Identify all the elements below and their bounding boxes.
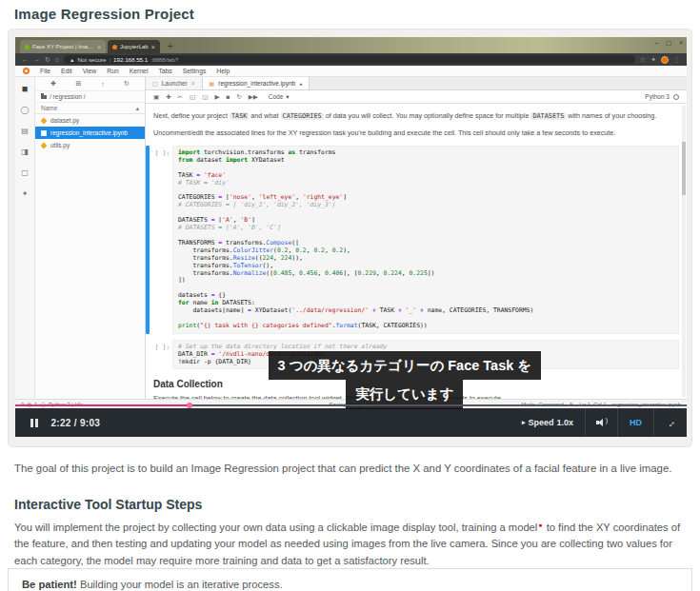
video-time: 2:22 / 9:03 — [51, 418, 101, 428]
markdown-paragraph: Next, define your project TASK and what … — [153, 111, 664, 120]
stop-icon[interactable]: ■ — [226, 93, 230, 100]
new-tab-button[interactable]: + — [162, 40, 179, 53]
favicon-jupyter-icon — [112, 45, 117, 49]
tab-label: regression_interactive.ipynb — [218, 80, 295, 87]
running-kernels-icon[interactable]: ◯ — [21, 106, 30, 114]
scrollbar[interactable] — [682, 106, 686, 397]
new-folder-icon[interactable]: ⊞ — [76, 80, 82, 88]
run-all-icon[interactable]: ▶▶ — [249, 93, 258, 101]
file-list-header[interactable]: Name ▴ — [35, 103, 145, 114]
menu-kernel[interactable]: Kernel — [130, 68, 149, 74]
tab-notebook[interactable]: ▤ regression_interactive.ipynb ● — [203, 77, 310, 89]
cell-type-dropdown[interactable]: Code▾ — [269, 93, 290, 101]
close-icon[interactable]: × — [97, 44, 101, 50]
profile-avatar[interactable] — [661, 56, 669, 64]
breadcrumb[interactable]: / regression / — [35, 91, 145, 103]
hd-button[interactable]: HD — [618, 418, 653, 427]
window-controls: – ▢ × — [654, 39, 683, 47]
speed-button[interactable]: ▸ Speed 1.0x — [510, 418, 585, 427]
kernel-name: Python 3 — [645, 93, 670, 100]
upload-icon[interactable]: ↑ — [101, 81, 105, 88]
page-title: Image Regression Project — [14, 6, 700, 22]
refresh-icon[interactable]: ↻ — [45, 53, 50, 66]
restart-icon[interactable]: ↻ — [236, 93, 241, 101]
bookmark-icon[interactable]: ☆ — [640, 53, 646, 66]
url-field[interactable]: ▲ Not secure | 192.168.55.1 :8888/lab? — [64, 55, 635, 64]
scrollbar-thumb[interactable] — [682, 142, 686, 195]
section-heading: Interactive Tool Startup Steps — [14, 497, 202, 512]
code-cell-1[interactable]: [ ]: import torchvision.transforms as tr… — [146, 146, 679, 334]
subtitle-overlay: 3 つの異なるカテゴリーの Face Task を 実行しています — [167, 351, 643, 409]
command-palette-icon[interactable]: ▤ — [21, 127, 29, 135]
fullscreen-button[interactable]: ↔ — [661, 413, 681, 433]
notebook-toolbar: ▣ ✚ ✂ ◱ ◲ ▶ ■ ↻ ▶▶ Code▾ Python 3 — [146, 90, 687, 104]
close-icon[interactable]: × — [191, 80, 195, 87]
menu-help[interactable]: Help — [216, 68, 230, 74]
url-path: :8888/lab? — [150, 56, 178, 63]
new-launcher-icon[interactable]: ✚ — [50, 80, 56, 88]
sort-arrow-icon: ▴ — [136, 105, 139, 112]
property-inspector-icon[interactable]: ◨ — [21, 148, 29, 156]
forward-icon[interactable]: → — [33, 53, 40, 66]
pause-button[interactable] — [30, 419, 38, 427]
paste-icon[interactable]: ◲ — [202, 93, 208, 101]
notebook-file-icon — [41, 130, 47, 136]
tab-label: Launcher — [162, 80, 188, 87]
url-separator: | — [109, 56, 110, 63]
kernel-indicator[interactable]: Python 3 — [645, 93, 679, 100]
speed-label: Speed — [528, 418, 553, 427]
copy-icon[interactable]: ◱ — [190, 93, 195, 101]
divider — [653, 408, 654, 437]
menu-edit[interactable]: Edit — [61, 68, 72, 74]
file-browser-panel: ✚ ⊞ ↑ ↻ / regression / Name ▴ dataset.py — [35, 77, 146, 399]
file-browser-icon[interactable]: ◼ — [22, 85, 29, 93]
not-secure-label: Not secure — [78, 56, 107, 63]
file-row-utils-py[interactable]: utils.py — [35, 139, 145, 151]
file-row-regression-notebook[interactable]: regression_interactive.ipynb — [35, 127, 145, 139]
volume-button[interactable]: ) — [596, 419, 607, 427]
back-icon[interactable]: ← — [22, 53, 29, 66]
not-secure-icon: ▲ — [70, 57, 74, 63]
code-editor[interactable]: import torchvision.transforms as transfo… — [172, 146, 679, 334]
file-row-dataset-py[interactable]: dataset.py — [35, 114, 145, 127]
subtitle-line-1: 3 つの異なるカテゴリーの Face Task を — [269, 351, 542, 380]
browser-tab-jupyterlab[interactable]: JupyterLab × — [108, 40, 160, 53]
tab-launcher[interactable]: ▢ Launcher × — [146, 77, 203, 89]
minimize-icon[interactable]: – — [654, 39, 658, 47]
cut-icon[interactable]: ✂ — [178, 93, 183, 101]
home-icon[interactable]: ⌂ — [55, 53, 59, 66]
notebook-icon: ▤ — [210, 80, 215, 87]
goal-paragraph: The goal of this project is to build an … — [14, 461, 687, 478]
cell-prompt: [ ]: — [146, 340, 172, 350]
divider — [585, 408, 586, 437]
menu-run[interactable]: Run — [107, 68, 118, 74]
file-name: regression_interactive.ipynb — [50, 129, 128, 136]
cell-prompt: [ ]: — [146, 146, 172, 156]
page: { "page": { "title": "Image Regression P… — [0, 0, 700, 591]
name-column-header: Name — [41, 105, 57, 111]
menu-tabs[interactable]: Tabs — [158, 68, 171, 74]
extension-manager-icon[interactable]: ✦ — [22, 189, 29, 198]
url-host: 192.168.55.1 — [113, 56, 148, 63]
open-tabs-icon[interactable]: ▢ — [21, 168, 29, 177]
file-browser-toolbar: ✚ ⊞ ↑ ↻ — [35, 77, 145, 91]
video-card: Face XY Project | Image Regress × Jupyte… — [8, 29, 692, 447]
menu-settings[interactable]: Settings — [183, 68, 207, 74]
video-player[interactable]: Face XY Project | Image Regress × Jupyte… — [15, 37, 687, 437]
maximize-icon[interactable]: ▢ — [666, 39, 671, 47]
menu-dots-icon[interactable]: ⋮ — [673, 53, 680, 66]
menu-file[interactable]: File — [40, 68, 50, 74]
close-icon[interactable]: × — [151, 44, 155, 50]
run-icon[interactable]: ▶ — [214, 93, 219, 101]
menu-view[interactable]: View — [83, 68, 97, 74]
save-icon[interactable]: ▣ — [153, 93, 159, 101]
speed-arrow-icon: ▸ — [522, 419, 526, 426]
favicon-face-xy-icon — [25, 45, 30, 49]
video-progress-bar[interactable] — [15, 404, 687, 407]
close-icon[interactable]: × — [679, 39, 683, 47]
extensions-icon[interactable]: ✦ — [650, 53, 656, 66]
browser-tab-face-xy[interactable]: Face XY Project | Image Regress × — [20, 40, 106, 53]
add-cell-icon[interactable]: ✚ — [166, 93, 170, 101]
controls-right: ▸ Speed 1.0x ) HD ↔ — [510, 408, 687, 437]
refresh-icon[interactable]: ↻ — [124, 80, 130, 88]
